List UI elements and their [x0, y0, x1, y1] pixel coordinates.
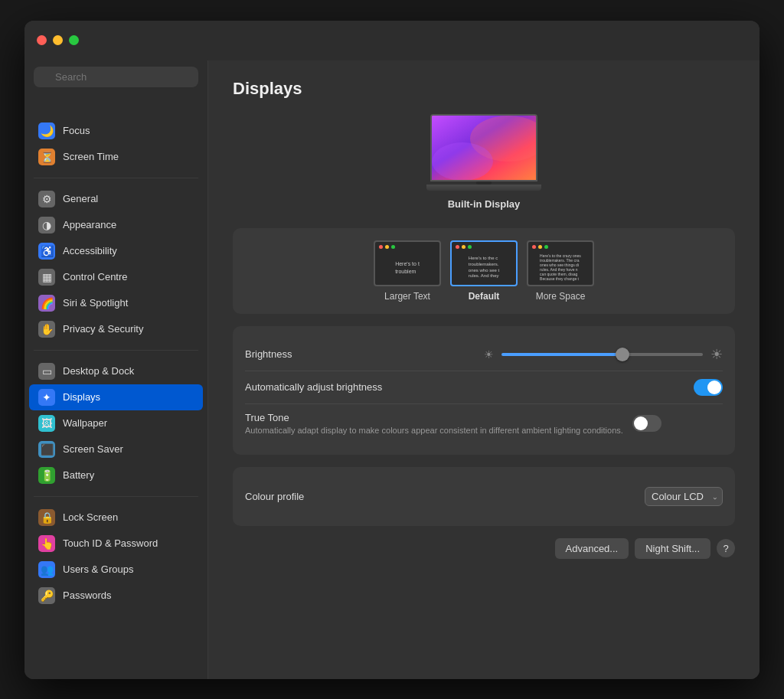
help-button[interactable]: ? [717, 539, 735, 557]
sidebar-section-top: 🌙 Focus ⏳ Screen Time [24, 115, 207, 173]
window-content: 🔍 🌙 Focus ⏳ Screen Time ⚙ G [24, 60, 760, 679]
sidebar-fade [24, 96, 207, 112]
res-dots-default [456, 245, 472, 249]
sidebar-item-siri-label: Siri & Spotlight [63, 297, 128, 309]
macbook-screen [430, 114, 537, 181]
sidebar-item-passwords[interactable]: 🔑 Passwords [29, 583, 203, 609]
sidebar-item-battery[interactable]: 🔋 Battery [29, 462, 203, 488]
sidebar-item-privacy-security[interactable]: ✋ Privacy & Security [29, 316, 203, 342]
sidebar-item-desktop-dock-label: Desktop & Dock [63, 365, 134, 377]
sidebar-divider-3 [34, 496, 198, 497]
res-dots-more [532, 245, 548, 249]
search-input[interactable] [34, 67, 198, 87]
brightness-slider[interactable]: ☀ ☀ [484, 346, 723, 363]
true-tone-row: True Tone Automatically adapt display to… [245, 404, 723, 443]
sidebar-item-focus-label: Focus [63, 125, 90, 136]
sidebar-item-lock-screen-label: Lock Screen [63, 511, 118, 523]
colour-profile-select[interactable]: Colour LCD [645, 487, 723, 506]
sidebar-item-wallpaper-label: Wallpaper [63, 417, 107, 429]
colour-profile-label: Colour profile [245, 491, 645, 502]
focus-icon: 🌙 [38, 122, 55, 139]
true-tone-text-group: True Tone Automatically adapt display to… [245, 412, 623, 435]
sidebar-item-appearance[interactable]: ◑ Appearance [29, 212, 203, 238]
desktop-dock-icon: ▭ [38, 363, 55, 380]
sidebar-item-siri-spotlight[interactable]: 🌈 Siri & Spotlight [29, 290, 203, 316]
auto-brightness-label: Automatically adjust brightness [245, 381, 694, 393]
close-button[interactable] [37, 35, 47, 45]
sidebar-item-screen-saver[interactable]: ⬛ Screen Saver [29, 436, 203, 462]
resolution-options: Here's to ttroublem Larger Text H [245, 240, 723, 302]
resolution-card: Here's to ttroublem Larger Text H [233, 228, 735, 314]
true-tone-toggle[interactable] [632, 415, 662, 432]
res-preview-default: Here's to the ctroublemakers.ones who se… [450, 240, 518, 286]
display-preview: Built-in Display [233, 114, 735, 210]
sidebar-section-mid: ⚙ General ◑ Appearance ♿ Accessibility ▦… [24, 183, 207, 345]
res-dots-larger [379, 245, 395, 249]
sidebar: 🔍 🌙 Focus ⏳ Screen Time ⚙ G [24, 60, 208, 679]
general-icon: ⚙ [38, 191, 55, 207]
sidebar-item-screen-time-label: Screen Time [63, 151, 119, 162]
sidebar-item-passwords-label: Passwords [63, 590, 112, 601]
night-shift-button[interactable]: Night Shift... [635, 538, 710, 559]
auto-brightness-row: Automatically adjust brightness [245, 371, 723, 404]
res-text-more: Here's to the crazy onestroublemakers. T… [537, 250, 584, 284]
sidebar-item-appearance-label: Appearance [63, 219, 116, 230]
res-preview-more-space: Here's to the crazy onestroublemakers. T… [527, 240, 594, 286]
screen-time-icon: ⏳ [38, 149, 55, 165]
brightness-row: Brightness ☀ ☀ [245, 338, 723, 371]
sidebar-item-users-groups-label: Users & Groups [63, 563, 133, 575]
users-groups-icon: 👥 [38, 561, 55, 578]
macbook-notch [476, 181, 492, 185]
sidebar-item-touch-id[interactable]: 👆 Touch ID & Password [29, 531, 203, 557]
sidebar-section-lower: ▭ Desktop & Dock ✦ Displays 🖼 Wallpaper … [24, 355, 207, 492]
res-text-default: Here's to the ctroublemakers.ones who se… [466, 253, 502, 283]
sidebar-item-privacy-label: Privacy & Security [63, 323, 143, 335]
lock-screen-icon: 🔒 [38, 509, 55, 526]
traffic-lights [37, 35, 79, 45]
sidebar-item-users-groups[interactable]: 👥 Users & Groups [29, 557, 203, 583]
sun-small-icon: ☀ [484, 348, 494, 361]
sidebar-section-bottom: 🔒 Lock Screen 👆 Touch ID & Password 👥 Us… [24, 501, 207, 612]
colour-profile-card: Colour profile Colour LCD [233, 467, 735, 526]
page-title: Displays [233, 79, 735, 99]
auto-brightness-toggle[interactable] [694, 379, 723, 396]
advanced-button[interactable]: Advanced... [555, 538, 629, 559]
passwords-icon: 🔑 [38, 587, 55, 604]
res-text-larger: Here's to ttroublem [392, 257, 423, 277]
sidebar-item-wallpaper[interactable]: 🖼 Wallpaper [29, 410, 203, 436]
display-label: Built-in Display [448, 198, 521, 210]
svg-point-2 [432, 142, 493, 180]
res-option-larger-text[interactable]: Here's to ttroublem Larger Text [374, 240, 441, 302]
sidebar-item-screen-time[interactable]: ⏳ Screen Time [29, 144, 203, 170]
colour-profile-row: Colour profile Colour LCD [245, 479, 723, 514]
wallpaper-icon: 🖼 [38, 415, 55, 432]
colour-select-wrapper: Colour LCD [645, 487, 723, 506]
slider-track[interactable] [501, 353, 703, 356]
touch-id-icon: 👆 [38, 535, 55, 552]
res-label-default: Default [469, 291, 500, 302]
sidebar-item-lock-screen[interactable]: 🔒 Lock Screen [29, 505, 203, 531]
maximize-button[interactable] [69, 35, 79, 45]
privacy-icon: ✋ [38, 321, 55, 338]
minimize-button[interactable] [53, 35, 63, 45]
sidebar-item-general[interactable]: ⚙ General [29, 186, 203, 212]
system-preferences-window: 🔍 🌙 Focus ⏳ Screen Time ⚙ G [24, 21, 760, 679]
brightness-label: Brightness [245, 348, 484, 360]
macbook-base [426, 185, 541, 191]
slider-thumb[interactable] [616, 348, 629, 361]
screen-saver-icon: ⬛ [38, 441, 55, 458]
bottom-buttons: Advanced... Night Shift... ? [233, 538, 735, 559]
search-container: 🔍 [24, 60, 207, 96]
sidebar-item-control-centre[interactable]: ▦ Control Centre [29, 264, 203, 290]
sidebar-item-accessibility[interactable]: ♿ Accessibility [29, 238, 203, 264]
sidebar-item-desktop-dock[interactable]: ▭ Desktop & Dock [29, 358, 203, 384]
sidebar-item-control-centre-label: Control Centre [63, 271, 128, 283]
displays-icon: ✦ [38, 389, 55, 406]
brightness-card: Brightness ☀ ☀ Automatically adjust brig… [233, 326, 735, 455]
res-option-default[interactable]: Here's to the ctroublemakers.ones who se… [450, 240, 518, 302]
sidebar-item-displays[interactable]: ✦ Displays [29, 384, 203, 410]
sun-large-icon: ☀ [710, 346, 723, 363]
res-option-more-space[interactable]: Here's to the crazy onestroublemakers. T… [527, 240, 594, 302]
sidebar-item-focus[interactable]: 🌙 Focus [29, 118, 203, 144]
sidebar-divider-2 [34, 350, 198, 351]
